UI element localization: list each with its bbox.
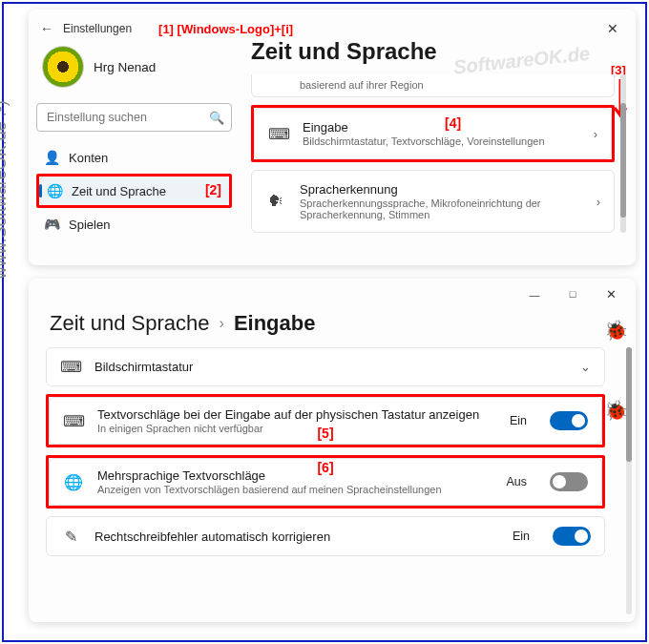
card-title: Spracherkennung [300, 182, 583, 197]
globe-clock-icon: 🌐 [47, 183, 62, 198]
card-subtitle: Bildschirmtastatur, Textvorschläge, Vore… [303, 135, 580, 147]
sidebar-item-gaming[interactable]: 🎮 Spielen [36, 210, 232, 239]
toggle-switch[interactable] [550, 472, 588, 491]
breadcrumb: Zeit und Sprache › Eingabe [29, 309, 636, 347]
avatar[interactable] [42, 46, 84, 88]
back-arrow-icon[interactable]: ← [40, 21, 53, 36]
globe-text-icon: 🌐 [63, 473, 84, 491]
keyboard-icon: ⌨ [268, 125, 289, 143]
chevron-right-icon: › [594, 127, 597, 141]
annotation-6: [6] [317, 460, 333, 475]
sidebar-item-label: Spielen [69, 218, 110, 232]
chevron-down-icon: ⌄ [580, 360, 591, 374]
username-label: Hrg Nenad [94, 60, 156, 74]
settings-window-1: ← Einstellungen [1] [Windows-Logo]+[i] ✕… [29, 10, 636, 265]
breadcrumb-current: Eingabe [234, 311, 316, 336]
row-title: Textvorschläge bei der Eingabe auf der p… [97, 407, 496, 422]
annotation-5: [5] [317, 426, 333, 441]
toggle-state-label: Aus [506, 475, 527, 488]
row-on-screen-keyboard[interactable]: ⌨ Bildschirmtastatur ⌄ [46, 347, 605, 386]
page-title: Zeit und Sprache [251, 38, 628, 65]
row-title: Mehrsprachige Textvorschläge [97, 468, 492, 483]
row-autocorrect[interactable]: ✎ Rechtschreibfehler automatisch korrigi… [46, 516, 605, 556]
minimize-icon[interactable] [515, 287, 554, 301]
close-icon[interactable]: ✕ [599, 17, 626, 40]
settings-card-speech[interactable]: 🗣 Spracherkennung Spracherkennungssprach… [251, 170, 615, 233]
scrollbar-thumb[interactable] [626, 347, 632, 462]
breadcrumb-parent[interactable]: Zeit und Sprache [50, 311, 210, 336]
chevron-right-icon: › [220, 315, 224, 332]
person-icon: 👤 [44, 150, 59, 165]
sidebar-item-label: Zeit und Sprache [72, 184, 166, 198]
toggle-state-label: Ein [513, 530, 530, 543]
row-title: Bildschirmtastatur [94, 360, 567, 374]
main-content-1: SoftwareOK.de Zeit und Sprache [3] basie… [232, 40, 628, 239]
sidebar-item-label: Konten [69, 151, 108, 165]
keyboard-icon: ⌨ [60, 358, 81, 376]
toggle-switch[interactable] [550, 411, 588, 430]
row-title: Rechtschreibfehler automatisch korrigier… [94, 530, 499, 544]
scrollbar-thumb[interactable] [620, 103, 626, 218]
close-icon[interactable]: ✕ [592, 287, 630, 301]
card-title: Eingabe [303, 120, 580, 135]
settings-window-2: □ ✕ Zeit und Sprache › Eingabe ⌨ Bildsch… [29, 279, 636, 622]
row-subtitle: In einigen Sprachen nicht verfügbar [97, 423, 496, 434]
settings-card-typing[interactable]: ⌨ Eingabe Bildschirmtastatur, Textvorsch… [254, 108, 612, 159]
card-subtitle: basierend auf ihrer Region [300, 79, 600, 91]
settings-card-region[interactable]: basierend auf ihrer Region [251, 74, 615, 97]
sidebar-item-accounts[interactable]: 👤 Konten [36, 143, 232, 172]
keyboard-filled-icon: ⌨ [63, 412, 84, 430]
row-subtitle: Anzeigen von Textvorschlägen basierend a… [97, 484, 492, 495]
speech-icon: 🗣 [265, 193, 286, 210]
annotation-1: [1] [Windows-Logo]+[i] [158, 22, 293, 36]
toggle-switch[interactable] [553, 527, 591, 546]
spellcheck-icon: ✎ [60, 528, 81, 546]
annotation-4: [4] [445, 115, 461, 131]
chevron-right-icon: › [597, 195, 600, 209]
gamepad-icon: 🎮 [44, 217, 59, 232]
maximize-icon[interactable]: □ [554, 288, 592, 300]
sidebar: Hrg Nenad 🔍 👤 Konten 🌐 Zeit und Sprache … [36, 40, 232, 239]
search-input[interactable] [36, 103, 232, 132]
titlebar: □ ✕ [29, 279, 636, 309]
sidebar-item-time-language[interactable]: 🌐 Zeit und Sprache [39, 177, 229, 205]
toggle-state-label: Ein [510, 414, 527, 427]
annotation-2: [2] [205, 182, 221, 197]
search-icon[interactable]: 🔍 [209, 111, 224, 125]
card-subtitle: Spracherkennungssprache, Mikrofoneinrich… [300, 197, 583, 220]
window-title: Einstellungen [63, 22, 132, 35]
watermark-vertical: www.SoftwareOK.de :-) [0, 100, 10, 279]
